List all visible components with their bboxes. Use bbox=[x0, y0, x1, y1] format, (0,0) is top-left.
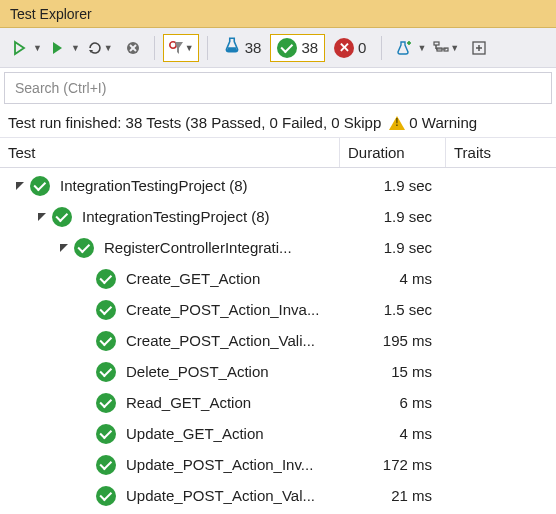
test-duration: 1.5 sec bbox=[340, 301, 446, 318]
svg-point-6 bbox=[170, 41, 176, 47]
pass-icon bbox=[74, 238, 94, 258]
test-row[interactable]: Update_GET_Action4 ms bbox=[0, 418, 556, 449]
test-duration: 4 ms bbox=[340, 270, 446, 287]
separator bbox=[381, 36, 382, 60]
test-duration: 21 ms bbox=[340, 487, 446, 504]
test-row[interactable]: Delete_POST_Action15 ms bbox=[0, 356, 556, 387]
svg-marker-0 bbox=[15, 42, 24, 54]
search-input[interactable] bbox=[13, 79, 543, 97]
chevron-down-icon: ▼ bbox=[71, 43, 80, 53]
pass-icon bbox=[96, 331, 116, 351]
panel-title: Test Explorer bbox=[10, 6, 92, 22]
run-all-button[interactable]: ▼ bbox=[6, 34, 42, 62]
cancel-button[interactable] bbox=[120, 34, 146, 62]
test-row[interactable]: Create_POST_Action_Inva...1.5 sec bbox=[0, 294, 556, 325]
title-bar: Test Explorer bbox=[0, 0, 556, 28]
chevron-down-icon: ▼ bbox=[417, 43, 426, 53]
test-row[interactable]: Update_POST_Action_Val...21 ms bbox=[0, 480, 556, 511]
svg-rect-10 bbox=[434, 42, 439, 45]
pass-icon bbox=[96, 393, 116, 413]
filter-button[interactable]: ▼ bbox=[163, 34, 199, 62]
svg-marker-1 bbox=[53, 42, 62, 54]
cancel-icon bbox=[125, 40, 141, 56]
run-button[interactable]: ▼ bbox=[44, 34, 80, 62]
pass-icon bbox=[96, 424, 116, 444]
test-duration: 4 ms bbox=[340, 425, 446, 442]
test-name: Update_GET_Action bbox=[126, 425, 264, 442]
test-name: Update_POST_Action_Val... bbox=[126, 487, 315, 504]
column-traits[interactable]: Traits bbox=[446, 138, 556, 167]
repeat-run-button[interactable]: ▼ bbox=[82, 34, 118, 62]
pass-icon bbox=[52, 207, 72, 227]
status-warning: 0 Warning bbox=[389, 114, 477, 131]
failed-tests-counter[interactable]: ✕ 0 bbox=[327, 34, 373, 62]
pass-icon bbox=[96, 486, 116, 506]
test-row[interactable]: Create_POST_Action_Vali...195 ms bbox=[0, 325, 556, 356]
test-name: RegisterControllerIntegrati... bbox=[104, 239, 292, 256]
column-duration[interactable]: Duration bbox=[340, 138, 446, 167]
test-name: IntegrationTestingProject (8) bbox=[60, 177, 248, 194]
test-duration: 15 ms bbox=[340, 363, 446, 380]
test-duration: 195 ms bbox=[340, 332, 446, 349]
pass-icon bbox=[277, 38, 297, 58]
test-row[interactable]: RegisterControllerIntegrati...1.9 sec bbox=[0, 232, 556, 263]
test-duration: 1.9 sec bbox=[340, 177, 446, 194]
test-row[interactable]: Create_GET_Action4 ms bbox=[0, 263, 556, 294]
play-icon bbox=[49, 40, 65, 56]
chevron-down-icon: ▼ bbox=[185, 43, 194, 53]
status-line: Test run finished: 38 Tests (38 Passed, … bbox=[0, 108, 556, 138]
group-by-button[interactable]: ▼ bbox=[428, 34, 464, 62]
passed-count: 38 bbox=[301, 39, 318, 56]
search-box[interactable] bbox=[4, 72, 552, 104]
collapse-toggle[interactable] bbox=[58, 243, 70, 253]
flask-plus-icon bbox=[395, 40, 411, 56]
test-duration: 1.9 sec bbox=[340, 239, 446, 256]
pass-icon bbox=[30, 176, 50, 196]
collapse-toggle[interactable] bbox=[36, 212, 48, 222]
failed-count: 0 bbox=[358, 39, 366, 56]
collapse-toggle[interactable] bbox=[14, 181, 26, 191]
play-outline-icon bbox=[11, 40, 27, 56]
filter-icon bbox=[168, 40, 184, 56]
test-name: Create_GET_Action bbox=[126, 270, 260, 287]
flask-icon bbox=[223, 36, 241, 59]
test-row[interactable]: IntegrationTestingProject (8)1.9 sec bbox=[0, 170, 556, 201]
test-duration: 172 ms bbox=[340, 456, 446, 473]
pass-icon bbox=[96, 269, 116, 289]
repeat-icon bbox=[87, 40, 103, 56]
column-test[interactable]: Test bbox=[0, 138, 340, 167]
toolbar: ▼ ▼ ▼ ▼ bbox=[0, 28, 556, 68]
fail-icon: ✕ bbox=[334, 38, 354, 58]
chevron-down-icon: ▼ bbox=[104, 43, 113, 53]
chevron-down-icon: ▼ bbox=[33, 43, 42, 53]
add-column-icon bbox=[471, 40, 487, 56]
test-tree: IntegrationTestingProject (8)1.9 secInte… bbox=[0, 168, 556, 514]
pass-icon bbox=[96, 300, 116, 320]
warning-text: 0 Warning bbox=[409, 114, 477, 131]
test-row[interactable]: Update_POST_Action_Inv...172 ms bbox=[0, 449, 556, 480]
separator bbox=[207, 36, 208, 60]
svg-marker-17 bbox=[38, 213, 46, 221]
playlist-button[interactable]: ▼ bbox=[390, 34, 426, 62]
test-duration: 6 ms bbox=[340, 394, 446, 411]
test-name: Create_POST_Action_Vali... bbox=[126, 332, 315, 349]
pass-icon bbox=[96, 455, 116, 475]
warning-icon bbox=[389, 116, 405, 130]
passed-tests-counter[interactable]: 38 bbox=[270, 34, 325, 62]
test-duration: 1.9 sec bbox=[340, 208, 446, 225]
test-row[interactable]: IntegrationTestingProject (8)1.9 sec bbox=[0, 201, 556, 232]
chevron-down-icon: ▼ bbox=[450, 43, 459, 53]
test-row[interactable]: Read_GET_Action6 ms bbox=[0, 387, 556, 418]
test-name: Delete_POST_Action bbox=[126, 363, 269, 380]
test-name: IntegrationTestingProject (8) bbox=[82, 208, 270, 225]
total-count: 38 bbox=[245, 39, 262, 56]
svg-marker-16 bbox=[16, 182, 24, 190]
test-name: Create_POST_Action_Inva... bbox=[126, 301, 319, 318]
pass-icon bbox=[96, 362, 116, 382]
separator bbox=[154, 36, 155, 60]
status-text: Test run finished: 38 Tests (38 Passed, … bbox=[8, 114, 381, 131]
svg-marker-18 bbox=[60, 244, 68, 252]
columns-button[interactable] bbox=[466, 34, 492, 62]
test-name: Read_GET_Action bbox=[126, 394, 251, 411]
total-tests-counter[interactable]: 38 bbox=[216, 34, 269, 62]
